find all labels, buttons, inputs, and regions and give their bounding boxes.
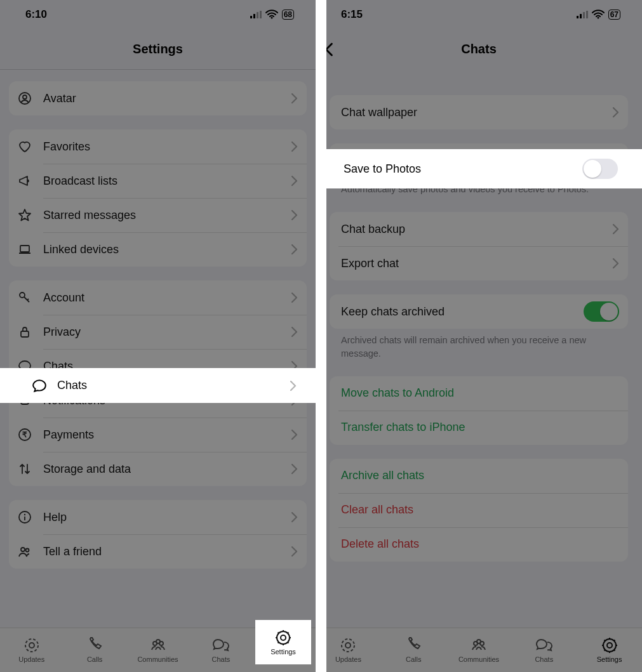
status-bar: 6:10 68 xyxy=(0,0,316,29)
keep-archived-toggle[interactable] xyxy=(584,301,619,322)
row-clear-all[interactable]: Clear all chats xyxy=(330,493,628,527)
chevron-right-icon xyxy=(291,244,298,254)
group-backup: Chat backup Export chat xyxy=(330,212,628,280)
wifi-icon xyxy=(265,10,278,19)
row-payments[interactable]: Payments xyxy=(9,418,307,452)
chevron-right-icon xyxy=(291,142,298,152)
settings-icon xyxy=(274,629,293,646)
rupee-icon xyxy=(18,428,43,442)
signal-icon xyxy=(250,11,262,18)
row-storage-data[interactable]: Storage and data xyxy=(9,452,307,486)
row-keep-archived[interactable]: Keep chats archived xyxy=(330,294,628,329)
chevron-right-icon xyxy=(291,93,298,103)
tab-chats[interactable]: Chats xyxy=(511,628,577,672)
battery-indicator: 68 xyxy=(282,10,294,20)
page-title: Chats xyxy=(461,42,497,56)
tab-settings[interactable]: Settings xyxy=(577,628,642,672)
row-transfer-iphone[interactable]: Transfer chats to iPhone xyxy=(330,411,628,445)
keep-archived-description: Archived chats will remain archived when… xyxy=(330,329,628,362)
group-lists: Favorites Broadcast lists Starred messag… xyxy=(9,129,307,267)
chevron-right-icon xyxy=(291,464,298,474)
chevron-right-icon xyxy=(612,258,619,268)
chevron-right-icon xyxy=(291,327,298,337)
status-right: 68 xyxy=(250,10,294,20)
people-icon xyxy=(18,544,43,558)
updown-icon xyxy=(18,462,43,476)
row-label: Avatar xyxy=(43,92,291,105)
tab-communities[interactable]: Communities xyxy=(446,628,512,672)
info-icon xyxy=(18,510,43,524)
chevron-right-icon xyxy=(612,224,619,234)
group-avatar: Avatar xyxy=(9,81,307,115)
status-bar: 6:15 67 xyxy=(316,0,642,29)
highlight-chats-row[interactable]: Chats xyxy=(0,368,316,403)
tab-communities[interactable]: Communities xyxy=(126,628,189,672)
row-favorites[interactable]: Favorites xyxy=(9,129,307,164)
laptop-icon xyxy=(18,242,43,256)
avatar-icon xyxy=(18,91,43,105)
row-broadcast-lists[interactable]: Broadcast lists xyxy=(9,164,307,198)
chevron-right-icon xyxy=(291,430,298,440)
highlight-save-photos-row[interactable]: Save to Photos xyxy=(316,149,642,188)
row-archive-all[interactable]: Archive all chats xyxy=(330,459,628,493)
status-right: 67 xyxy=(577,10,620,20)
star-icon xyxy=(18,208,43,222)
chat-icon xyxy=(32,378,57,393)
lock-icon xyxy=(18,325,43,339)
row-export-chat[interactable]: Export chat xyxy=(330,246,628,280)
tab-updates[interactable]: Updates xyxy=(0,628,63,672)
battery-indicator: 67 xyxy=(608,10,620,20)
group-danger: Archive all chats Clear all chats Delete… xyxy=(330,459,628,562)
chevron-right-icon xyxy=(612,107,619,117)
chevron-right-icon xyxy=(290,381,297,391)
group-transfer: Move chats to Android Transfer chats to … xyxy=(330,376,628,445)
tab-bar: Updates Calls Communities Chats Settings xyxy=(316,628,642,672)
highlight-label: Chats xyxy=(57,379,290,392)
key-icon xyxy=(18,291,43,305)
row-account[interactable]: Account xyxy=(9,280,307,315)
chevron-right-icon xyxy=(291,176,298,186)
tab-calls[interactable]: Calls xyxy=(63,628,126,672)
highlight-settings-tab[interactable]: Settings xyxy=(255,620,311,664)
wifi-icon xyxy=(592,10,605,19)
row-help[interactable]: Help xyxy=(9,500,307,534)
row-avatar[interactable]: Avatar xyxy=(9,81,307,115)
highlight-label: Save to Photos xyxy=(344,162,582,176)
heart-icon xyxy=(18,140,43,154)
group-help: Help Tell a friend xyxy=(9,500,307,569)
right-phone: 6:15 67 Chats Chat wallpaper Save to Pho… xyxy=(316,0,642,672)
row-chat-backup[interactable]: Chat backup xyxy=(330,212,628,246)
row-linked-devices[interactable]: Linked devices xyxy=(9,232,307,267)
row-delete-all[interactable]: Delete all chats xyxy=(330,527,628,562)
chevron-right-icon xyxy=(291,293,298,303)
status-time: 6:10 xyxy=(25,8,47,21)
row-move-android[interactable]: Move chats to Android xyxy=(330,376,628,411)
row-starred-messages[interactable]: Starred messages xyxy=(9,198,307,232)
chevron-right-icon xyxy=(291,546,298,557)
row-privacy[interactable]: Privacy xyxy=(9,315,307,349)
save-photos-toggle[interactable] xyxy=(582,159,618,179)
header: Chats xyxy=(316,29,642,70)
header: Settings xyxy=(0,29,316,70)
tab-chats[interactable]: Chats xyxy=(189,628,252,672)
settings-content[interactable]: Avatar Favorites Broadcast lists Starred… xyxy=(0,70,316,628)
left-phone: 6:10 68 Settings Avatar Favorites xyxy=(0,0,316,672)
chevron-right-icon xyxy=(291,210,298,220)
group-archive: Keep chats archived xyxy=(330,294,628,329)
row-chat-wallpaper[interactable]: Chat wallpaper xyxy=(330,95,628,129)
row-tell-a-friend[interactable]: Tell a friend xyxy=(9,534,307,569)
megaphone-icon xyxy=(18,174,43,188)
page-title: Settings xyxy=(133,42,183,56)
group-wallpaper: Chat wallpaper xyxy=(330,95,628,129)
tab-calls[interactable]: Calls xyxy=(381,628,446,672)
status-time: 6:15 xyxy=(341,8,363,21)
signal-icon xyxy=(577,11,588,18)
chevron-right-icon xyxy=(291,512,298,522)
